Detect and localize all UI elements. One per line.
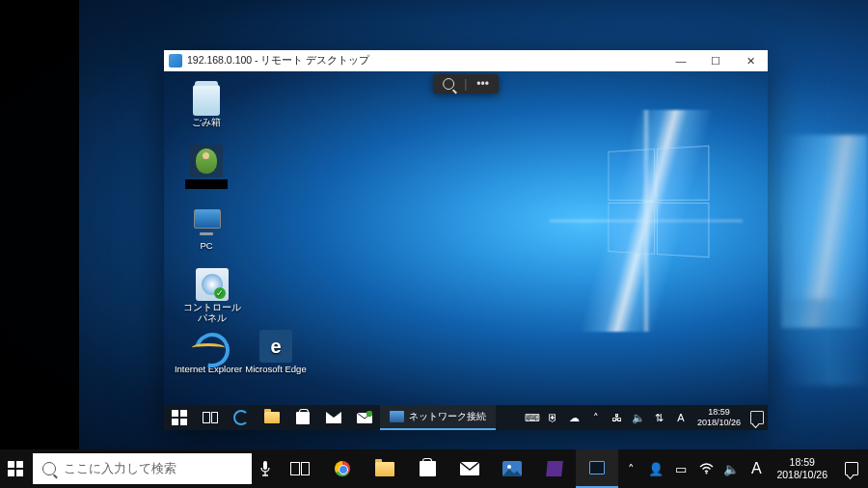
tray-volume-icon[interactable]: 🔈 [719, 449, 744, 488]
ie-icon [192, 330, 225, 363]
visual-studio-button[interactable] [533, 449, 576, 488]
wallpaper-light-reflection [781, 299, 868, 386]
close-button[interactable]: ✕ [733, 50, 768, 71]
remote-tray-onedrive-icon[interactable]: ☁ [564, 405, 585, 430]
zoom-icon[interactable] [443, 78, 454, 90]
internet-explorer-icon[interactable]: Internet Explorer [174, 330, 243, 375]
taskview-button[interactable] [279, 449, 321, 488]
remote-tray-keyboard-icon[interactable]: ⌨ [522, 405, 543, 430]
host-clock[interactable]: 18:59 2018/10/26 [769, 456, 835, 481]
this-pc-icon[interactable]: PC [177, 206, 235, 252]
remote-action-center-icon[interactable] [746, 405, 768, 430]
svg-point-6 [705, 473, 707, 474]
user-folder-icon[interactable] [177, 145, 235, 189]
svg-point-5 [507, 465, 511, 469]
host-tray: ˄ 👤 ▭ 🔈 A 18:59 2018/10/26 [618, 449, 868, 488]
search-icon [42, 462, 56, 475]
remote-edge-button[interactable] [226, 405, 257, 430]
file-explorer-button[interactable] [364, 449, 406, 488]
host-date: 2018/10/26 [776, 469, 827, 481]
icon-label: PC [177, 241, 235, 252]
host-taskbar: ここに入力して検索 ˄ 👤 ▭ 🔈 A 18:59 2018/10/26 [0, 449, 868, 488]
tray-chevron-up-icon[interactable]: ˄ [618, 449, 643, 488]
remote-start-button[interactable] [164, 405, 195, 430]
store-button[interactable] [406, 449, 448, 488]
trash-icon [193, 85, 220, 116]
search-box[interactable]: ここに入力して検索 [33, 453, 253, 484]
edge-icon: e [259, 330, 292, 363]
maximize-button[interactable]: ☐ [698, 50, 733, 71]
remote-time: 18:59 [697, 407, 741, 418]
icon-label [185, 179, 228, 189]
chrome-button[interactable] [321, 449, 364, 488]
host-desktop[interactable]: 192.168.0.100 - リモート デスクトップ — ☐ ✕ | ••• … [0, 0, 868, 488]
search-placeholder: ここに入力して検索 [64, 460, 176, 477]
ime-indicator[interactable]: A [744, 449, 769, 488]
host-taskbar-apps [279, 449, 618, 488]
windows-logo-icon [8, 461, 23, 476]
settings-icon [196, 268, 229, 301]
remote-tray: ⌨ ⛨ ☁ ˄ 🖧 🔈 ⇅ A 18:59 2018/10/26 [522, 405, 768, 430]
icon-label: ごみ箱 [177, 118, 235, 128]
network-icon [390, 411, 404, 422]
tray-battery-icon[interactable]: ▭ [668, 449, 693, 488]
mail-button[interactable] [448, 449, 491, 488]
remote-tray-volume-icon[interactable]: 🔈 [628, 405, 649, 430]
rdp-window-title: 192.168.0.100 - リモート デスクトップ [187, 54, 664, 68]
microsoft-edge-icon[interactable]: e Microsoft Edge [243, 330, 309, 375]
remote-desktop-window: 192.168.0.100 - リモート デスクトップ — ☐ ✕ | ••• … [164, 50, 768, 430]
remote-tray-wifi-icon[interactable]: ⇅ [649, 405, 670, 430]
action-center-icon[interactable] [835, 449, 868, 488]
icon-label: コントロール パネル [177, 303, 247, 324]
minimize-button[interactable]: — [664, 50, 698, 71]
rdp-connection-bar[interactable]: | ••• [433, 74, 499, 94]
remote-desktop-button[interactable] [576, 449, 618, 488]
remote-clock[interactable]: 18:59 2018/10/26 [692, 407, 746, 428]
remote-active-app[interactable]: ネットワーク接続 [380, 405, 496, 430]
remote-mail-button[interactable] [318, 405, 349, 430]
recycle-bin-icon[interactable]: ごみ箱 [177, 85, 235, 128]
tray-people-icon[interactable]: 👤 [643, 449, 668, 488]
remote-taskview-button[interactable] [195, 405, 226, 430]
separator: | [464, 77, 467, 91]
control-panel-icon[interactable]: コントロール パネル [177, 268, 247, 324]
cortana-mic-icon[interactable] [258, 449, 273, 488]
rdp-app-icon [169, 54, 182, 68]
icon-label: Microsoft Edge [243, 365, 309, 375]
remote-file-explorer-button[interactable] [257, 405, 287, 430]
more-icon[interactable]: ••• [476, 77, 489, 91]
remote-desktop-content[interactable]: | ••• ごみ箱 PC コントロール パネ [164, 71, 768, 430]
start-button[interactable] [0, 449, 31, 488]
svg-rect-2 [263, 461, 267, 470]
remote-ime-indicator[interactable]: A [670, 405, 692, 430]
photos-button[interactable] [491, 449, 533, 488]
remote-taskbar: ネットワーク接続 ⌨ ⛨ ☁ ˄ 🖧 🔈 ⇅ A 18:59 2018/10/2… [164, 405, 768, 430]
remote-tray-shield-icon[interactable]: ⛨ [543, 405, 564, 430]
active-app-label: ネットワーク接続 [409, 410, 486, 423]
tray-wifi-icon[interactable] [693, 449, 719, 488]
rdp-titlebar[interactable]: 192.168.0.100 - リモート デスクトップ — ☐ ✕ [164, 50, 768, 71]
remote-tray-chevron-up-icon[interactable]: ˄ [585, 405, 607, 430]
remote-date: 2018/10/26 [697, 418, 741, 428]
remote-tray-network-icon[interactable]: 🖧 [607, 405, 628, 430]
remote-wallpaper-window [608, 146, 709, 258]
remote-store-button[interactable] [287, 405, 318, 430]
user-icon [190, 145, 223, 177]
remote-mail2-button[interactable] [349, 405, 380, 430]
computer-icon [190, 206, 223, 239]
host-time: 18:59 [776, 456, 827, 469]
